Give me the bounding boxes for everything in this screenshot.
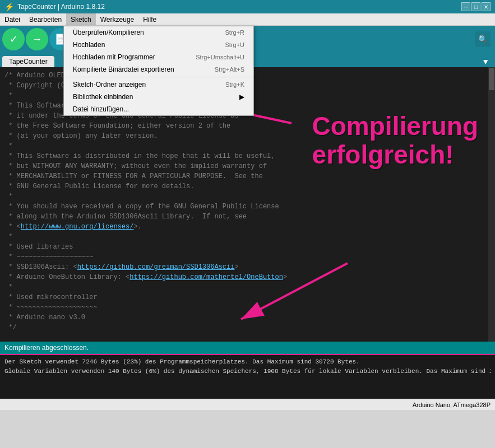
code-line: * ~~~~~~~~~~~~~~~~~~~ (4, 252, 491, 262)
tab-tapecounter[interactable]: TapeCounter (2, 56, 54, 67)
code-line: * Used mikrocontroller (4, 292, 491, 302)
app-icon: ⚡ (4, 2, 14, 11)
status-bar: Kompilieren abgeschlossen. (0, 342, 495, 354)
code-line: * but WITHOUT ANY WARRANTY; without even… (4, 161, 491, 171)
title-bar: ⚡ TapeCounter | Arduino 1.8.12 ─ □ ✕ (0, 0, 495, 13)
code-line: * (4, 141, 491, 151)
code-line: * Arduino OneButton Library: <https://gi… (4, 272, 491, 282)
code-line: * GNU General Public License for more de… (4, 181, 491, 192)
code-line: * (at your option) any later version. (4, 131, 491, 141)
search-button[interactable]: 🔍 (475, 31, 491, 47)
tab-dropdown[interactable]: ▼ (478, 56, 493, 67)
menu-verify[interactable]: Überprüfen/Kompilieren Strg+R (64, 26, 253, 39)
board-info: Arduino Nano, ATmega328P (413, 402, 491, 408)
upload-button[interactable]: → (26, 28, 48, 50)
code-line: * ~~~~~~~~~~~~~~~~~~~~ (4, 302, 491, 312)
menu-datei[interactable]: Datei (0, 13, 25, 25)
code-line: * This Software is distributed in the ho… (4, 151, 491, 161)
menu-include-library[interactable]: Bibliothek einbinden ▶ (64, 91, 253, 103)
close-button[interactable]: ✕ (482, 2, 491, 11)
menu-sketch[interactable]: Sketch (66, 13, 96, 25)
code-line: * Used libraries (4, 242, 491, 252)
bottom-bar: Arduino Nano, ATmega328P (0, 399, 495, 410)
code-line: * MERCHANTABILITY or FITNESS FOR A PARTI… (4, 171, 491, 181)
code-line: */ (4, 323, 491, 333)
code-line: * <http://www.gnu.org/licenses/>. (4, 222, 491, 232)
menu-werkzeuge[interactable]: Werkzeuge (96, 13, 138, 25)
menu-upload-programmer[interactable]: Hochladen mit Programmer Strg+Umschalt+U (64, 51, 253, 63)
code-line: * (4, 282, 491, 292)
sketch-dropdown: Überprüfen/Kompilieren Strg+R Hochladen … (63, 26, 254, 116)
status-text: Kompilieren abgeschlossen. (4, 344, 89, 352)
code-line (4, 333, 491, 338)
verify-button[interactable]: ✓ (2, 28, 25, 50)
vertical-scrollbar[interactable] (488, 67, 495, 342)
menu-hilfe[interactable]: Hilfe (138, 13, 161, 25)
menu-add-file[interactable]: Datei hinzufügen... (64, 103, 253, 115)
maximize-button[interactable]: □ (471, 2, 480, 11)
code-line: * the Free Software Foundation; either v… (4, 121, 491, 131)
minimize-button[interactable]: ─ (461, 2, 470, 11)
window-title: TapeCounter | Arduino 1.8.12 (17, 3, 105, 11)
code-line: * SSD1306Ascii: <https://github.com/grei… (4, 262, 491, 272)
menu-upload[interactable]: Hochladen Strg+U (64, 39, 253, 51)
menu-bearbeiten[interactable]: Bearbeiten (25, 13, 66, 25)
console-line-1: Der Sketch verwendet 7246 Bytes (23%) de… (4, 357, 491, 367)
code-line: * Arduino nano v3.0 (4, 312, 491, 323)
dropdown-separator-1 (64, 77, 253, 77)
code-line: * along with the Arduino SSD1306Ascii Li… (4, 212, 491, 222)
scrollbar-thumb[interactable] (489, 68, 494, 90)
console-line-2: Globale Variablen verwenden 140 Bytes (6… (4, 367, 491, 376)
code-line: * You should have received a copy of the… (4, 202, 491, 212)
code-line: * (4, 192, 491, 202)
menu-bar: Datei Bearbeiten Sketch Werkzeuge Hilfe … (0, 13, 495, 26)
menu-export-binary[interactable]: Kompilierte Binärdatei exportieren Strg+… (64, 63, 253, 76)
menu-show-folder[interactable]: Sketch-Ordner anzeigen Strg+K (64, 78, 253, 91)
code-line: * (4, 232, 491, 242)
console-area: Der Sketch verwendet 7246 Bytes (23%) de… (0, 354, 495, 399)
